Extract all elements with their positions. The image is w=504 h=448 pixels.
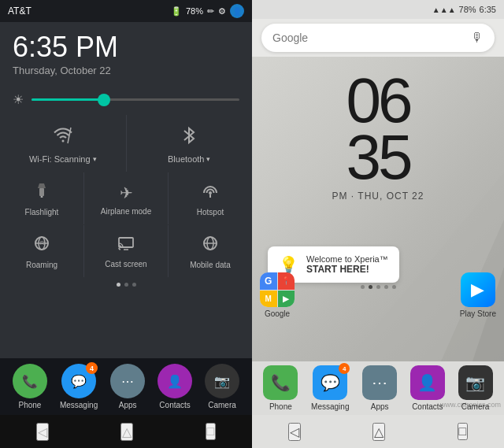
messaging-badge: 4 — [86, 362, 98, 374]
brightness-control[interactable]: ☀ — [0, 84, 252, 115]
wifi-toggle[interactable]: Wi-Fi: Scanning ▾ — [0, 115, 126, 172]
quick-toggles-row3: R Roaming Cast screen — [0, 225, 252, 277]
mobile-data-toggle[interactable]: Mobile data — [169, 225, 252, 277]
flashlight-toggle[interactable]: Flashlight — [0, 172, 83, 224]
mic-icon[interactable]: 🎙 — [471, 31, 484, 45]
left-dock-phone[interactable]: 📞 Phone — [13, 364, 47, 409]
play-store-label: Play Store — [460, 309, 496, 318]
left-page-indicator — [0, 278, 252, 291]
svg-point-0 — [61, 140, 64, 143]
right-msg-icon: 💬 4 — [313, 365, 347, 400]
clock-ampm-date: PM · THU, OCT 22 — [332, 191, 424, 202]
avatar-icon[interactable]: 👤 — [230, 4, 244, 18]
left-dock-apps[interactable]: ⋯ Apps — [110, 364, 145, 409]
cast-toggle[interactable]: Cast screen — [84, 225, 168, 277]
google-search-placeholder: Google — [272, 31, 471, 44]
left-camera-label: Camera — [208, 401, 236, 409]
right-back-button[interactable]: ◁ — [288, 423, 301, 441]
right-phone-label: Phone — [269, 402, 292, 411]
roaming-icon: R — [33, 235, 50, 256]
messaging-icon: 💬 4 — [61, 364, 96, 398]
current-date: Thursday, October 22 — [13, 65, 239, 76]
home-dot-4 — [384, 285, 388, 289]
play-store-app[interactable]: ▶ Play Store — [460, 272, 496, 318]
airplane-toggle[interactable]: ✈ Airplane mode — [84, 172, 168, 224]
svg-text:R: R — [40, 240, 44, 246]
carrier-label: AT&T — [8, 6, 32, 17]
clock-display: 06 35 — [346, 72, 410, 186]
right-apps-icon: ⋯ — [362, 365, 397, 400]
phone-icon: 📞 — [13, 364, 47, 398]
right-signal-icon: ▲▲▲ — [432, 6, 456, 14]
settings-icon[interactable]: ⚙ — [218, 6, 226, 17]
left-phone-label: Phone — [18, 401, 41, 409]
svg-rect-2 — [39, 188, 44, 196]
left-dot-2 — [124, 283, 128, 287]
left-dock-messaging[interactable]: 💬 4 Messaging — [60, 364, 98, 409]
cast-label: Cast screen — [105, 260, 146, 268]
left-dot-1 — [117, 283, 120, 287]
wifi-label: Wi-Fi: Scanning ▾ — [29, 154, 97, 164]
cast-icon — [117, 235, 135, 255]
mobile-data-icon — [202, 235, 219, 256]
quick-toggles-row2: Flashlight ✈ Airplane mode Hotspot — [0, 172, 252, 224]
home-wallpaper: 06 35 PM · THU, OCT 22 💡 Welcome to Xper… — [252, 57, 504, 361]
notification-shade: AT&T 🔋 78% ✏ ⚙ 👤 6:35 PM Thursday, Octob… — [0, 0, 252, 448]
right-dock-messaging[interactable]: 💬 4 Messaging — [311, 365, 349, 411]
left-recents-button[interactable]: □ — [206, 423, 217, 440]
home-dot-2 — [369, 285, 372, 289]
battery-percent: 78% — [186, 6, 203, 16]
bluetooth-label: Bluetooth ▾ — [168, 154, 210, 164]
google-app-label: Google — [265, 309, 290, 318]
right-dock-phone[interactable]: 📞 Phone — [263, 365, 298, 411]
hotspot-label: Hotspot — [197, 208, 224, 217]
left-dock-contacts[interactable]: 👤 Contacts — [158, 364, 192, 409]
clock-minute: 35 — [346, 122, 410, 192]
hotspot-toggle[interactable]: Hotspot — [169, 172, 252, 224]
left-back-button[interactable]: ◁ — [36, 423, 49, 441]
home-screen: ▲▲▲ 78% 6:35 Google 🎙 06 35 PM · THU, OC… — [252, 0, 504, 448]
right-time: 6:35 — [480, 5, 496, 14]
welcome-text: Welcome to Xperia™ START HERE! — [306, 254, 388, 275]
roaming-label: Roaming — [26, 261, 57, 269]
airplane-label: Airplane mode — [101, 207, 151, 216]
brightness-slider[interactable] — [32, 98, 239, 101]
left-contacts-label: Contacts — [159, 401, 190, 409]
watermark: www.cntronics.com — [440, 401, 501, 409]
time-section: 6:35 PM Thursday, October 22 — [0, 22, 252, 84]
apps-grid-icon: ⋯ — [110, 364, 145, 398]
brightness-thumb[interactable] — [98, 94, 110, 106]
left-apps-label: Apps — [119, 401, 137, 409]
home-page-indicator — [252, 285, 504, 289]
flashlight-icon — [34, 182, 50, 203]
left-dot-3 — [132, 283, 136, 287]
svg-rect-3 — [41, 196, 43, 198]
contacts-icon: 👤 — [158, 364, 192, 398]
right-apps-label: Apps — [371, 402, 389, 411]
right-phone-icon: 📞 — [263, 365, 298, 400]
home-dot-5 — [392, 285, 396, 289]
play-store-icon: ▶ — [461, 272, 495, 307]
right-battery: 78% — [459, 5, 476, 14]
left-dock-camera[interactable]: 📷 Camera — [205, 364, 239, 409]
google-app[interactable]: G 📍 M ▶ Google — [260, 272, 295, 318]
status-icons: 🔋 78% ✏ ⚙ 👤 — [171, 4, 244, 18]
right-msg-label: Messaging — [311, 402, 349, 411]
right-contacts-label: Contacts — [412, 402, 443, 411]
left-home-button[interactable]: △ — [120, 423, 133, 441]
right-recents-button[interactable]: □ — [458, 423, 469, 440]
right-home-button[interactable]: △ — [372, 423, 385, 441]
right-msg-badge: 4 — [339, 363, 350, 374]
google-search-bar[interactable]: Google 🎙 — [261, 24, 495, 52]
hotspot-icon — [202, 182, 219, 203]
lightbulb-icon: 💡 — [279, 255, 298, 274]
brightness-icon: ☀ — [13, 92, 24, 107]
brightness-fill — [32, 98, 104, 101]
bluetooth-toggle[interactable]: Bluetooth ▾ — [127, 115, 253, 172]
right-status-bar: ▲▲▲ 78% 6:35 — [252, 0, 504, 19]
edit-icon: ✏ — [207, 6, 214, 17]
right-dock-apps[interactable]: ⋯ Apps — [362, 365, 397, 411]
roaming-toggle[interactable]: R Roaming — [0, 225, 83, 277]
home-dot-3 — [376, 285, 380, 289]
right-nav-bar: ◁ △ □ — [252, 415, 504, 448]
